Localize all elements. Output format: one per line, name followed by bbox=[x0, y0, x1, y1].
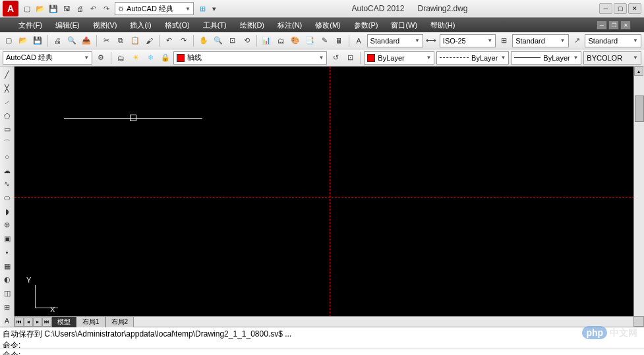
minimize-button[interactable]: ─ bbox=[599, 3, 612, 14]
qat-extend-icon[interactable]: ▾ bbox=[208, 3, 220, 14]
layer-prop-icon[interactable]: 🗂 bbox=[115, 51, 127, 65]
zoom-prev-icon[interactable]: ⟲ bbox=[241, 34, 253, 47]
polygon-icon[interactable]: ⬠ bbox=[1, 110, 13, 122]
close-button[interactable]: ✕ bbox=[628, 3, 641, 14]
tab-model[interactable]: 模型 bbox=[51, 316, 76, 327]
menu-parametric[interactable]: 参数(P) bbox=[349, 19, 384, 32]
linetype-combo[interactable]: ByLayer▼ bbox=[436, 51, 509, 65]
qat-grid-icon[interactable]: ⊞ bbox=[196, 3, 208, 14]
menu-help[interactable]: 帮助(H) bbox=[425, 19, 460, 32]
menu-window[interactable]: 窗口(W) bbox=[386, 19, 423, 32]
scroll-up-icon[interactable]: ▴ bbox=[634, 67, 643, 76]
app-icon[interactable]: A bbox=[3, 1, 18, 16]
properties-icon[interactable]: 📊 bbox=[260, 34, 273, 47]
text-style-combo[interactable]: Standard▼ bbox=[367, 34, 423, 47]
ellipse-icon[interactable]: ⬭ bbox=[1, 192, 13, 204]
pan-icon[interactable]: ✋ bbox=[197, 34, 210, 47]
zoom-icon[interactable]: 🔍 bbox=[212, 34, 224, 47]
mdi-restore[interactable]: ❐ bbox=[608, 20, 619, 30]
layer-freeze-icon[interactable]: ❄ bbox=[144, 51, 156, 65]
menu-modify[interactable]: 修改(M) bbox=[310, 19, 346, 32]
workspace-combo[interactable]: ⚙ AutoCAD 经典 ▼ bbox=[115, 2, 194, 15]
maximize-button[interactable]: ▢ bbox=[614, 3, 627, 14]
line-icon[interactable]: ╱ bbox=[1, 69, 13, 81]
point-icon[interactable]: • bbox=[1, 247, 13, 259]
scroll-thumb-v[interactable] bbox=[635, 96, 644, 122]
command-input[interactable] bbox=[20, 350, 641, 355]
copy-icon[interactable]: ⧉ bbox=[115, 34, 127, 47]
drawing-canvas[interactable]: Y X ▴ ⏮ ◂ ▸ ⏭ 模型 布局1 布局2 bbox=[15, 67, 644, 327]
cut-icon[interactable]: ✂ bbox=[100, 34, 113, 47]
menu-draw[interactable]: 绘图(D) bbox=[235, 19, 270, 32]
dim-style-icon[interactable]: ⟷ bbox=[425, 34, 438, 47]
table-style-icon[interactable]: ⊞ bbox=[498, 34, 510, 47]
toolpal-icon[interactable]: 🎨 bbox=[289, 34, 302, 47]
layer-combo[interactable]: 轴线▼ bbox=[173, 51, 327, 65]
tab-next-icon[interactable]: ▸ bbox=[33, 317, 42, 327]
preview-icon[interactable]: 🔍 bbox=[66, 34, 78, 47]
tab-prev-icon[interactable]: ◂ bbox=[24, 317, 33, 327]
menu-file[interactable]: 文件(F) bbox=[13, 19, 47, 32]
ws-settings-icon[interactable]: ⚙ bbox=[94, 51, 107, 65]
dcenter-icon[interactable]: 🗂 bbox=[275, 34, 287, 47]
insert-icon[interactable]: ⊕ bbox=[1, 219, 13, 231]
match-icon[interactable]: 🖌 bbox=[143, 34, 156, 47]
open-icon[interactable]: 📂 bbox=[17, 34, 30, 47]
tab-last-icon[interactable]: ⏭ bbox=[42, 317, 51, 327]
qat-save-icon[interactable]: 💾 bbox=[47, 3, 59, 14]
table-style-combo[interactable]: Standard▼ bbox=[512, 34, 568, 47]
new-icon[interactable]: ▢ bbox=[3, 34, 15, 47]
region-icon[interactable]: ◫ bbox=[1, 288, 13, 300]
plot-icon[interactable]: 🖨 bbox=[51, 34, 64, 47]
save-icon[interactable]: 💾 bbox=[32, 34, 44, 47]
markup-icon[interactable]: ✎ bbox=[318, 34, 331, 47]
rectangle-icon[interactable]: ▭ bbox=[1, 124, 13, 136]
zoom-window-icon[interactable]: ⊡ bbox=[226, 34, 239, 47]
layer-state-icon[interactable]: ☀ bbox=[129, 51, 142, 65]
workspace-combo2[interactable]: AutoCAD 经典▼ bbox=[3, 51, 92, 65]
tab-layout1[interactable]: 布局1 bbox=[76, 316, 105, 327]
lineweight-combo[interactable]: ByLayer▼ bbox=[511, 51, 581, 65]
qat-plot-icon[interactable]: 🖨 bbox=[74, 3, 86, 14]
dim-style-combo[interactable]: ISO-25▼ bbox=[440, 34, 496, 47]
mleader-style-icon[interactable]: ↗ bbox=[571, 34, 583, 47]
hatch-icon[interactable]: ▦ bbox=[1, 260, 13, 272]
mtext-icon[interactable]: A bbox=[1, 315, 13, 327]
qat-open-icon[interactable]: 📂 bbox=[34, 3, 46, 14]
command-line[interactable]: 命令: bbox=[0, 348, 644, 355]
pline-icon[interactable]: ⟋ bbox=[1, 96, 13, 108]
publish-icon[interactable]: 📤 bbox=[80, 34, 93, 47]
menu-view[interactable]: 视图(V) bbox=[88, 19, 123, 32]
menu-edit[interactable]: 编辑(E) bbox=[50, 19, 85, 32]
layer-iso-icon[interactable]: ⊡ bbox=[344, 51, 357, 65]
mdi-minimize[interactable]: ─ bbox=[597, 20, 607, 30]
mleader-style-combo[interactable]: Standard▼ bbox=[585, 34, 641, 47]
table-icon[interactable]: ⊞ bbox=[1, 301, 13, 313]
mdi-close[interactable]: ✕ bbox=[620, 20, 631, 30]
gradient-icon[interactable]: ◐ bbox=[1, 274, 13, 286]
paste-icon[interactable]: 📋 bbox=[129, 34, 142, 47]
color-combo[interactable]: ByLayer▼ bbox=[364, 51, 434, 65]
qat-undo-icon[interactable]: ↶ bbox=[87, 3, 99, 14]
menu-format[interactable]: 格式(O) bbox=[160, 19, 195, 32]
text-style-icon[interactable]: A bbox=[353, 34, 365, 47]
calc-icon[interactable]: 🖩 bbox=[333, 34, 345, 47]
revcloud-icon[interactable]: ☁ bbox=[1, 165, 13, 177]
sheet-icon[interactable]: 📑 bbox=[304, 34, 316, 47]
horizontal-scrollbar[interactable]: ⏮ ◂ ▸ ⏭ 模型 布局1 布局2 bbox=[15, 316, 633, 327]
qat-redo-icon[interactable]: ↷ bbox=[100, 3, 112, 14]
undo-icon[interactable]: ↶ bbox=[163, 34, 175, 47]
arc-icon[interactable]: ⌒ bbox=[1, 138, 13, 150]
layer-prev-icon[interactable]: ↺ bbox=[329, 51, 341, 65]
menu-tools[interactable]: 工具(T) bbox=[198, 19, 232, 32]
ellipse-arc-icon[interactable]: ◗ bbox=[1, 205, 13, 217]
redo-icon[interactable]: ↷ bbox=[177, 34, 190, 47]
tab-layout2[interactable]: 布局2 bbox=[105, 316, 134, 327]
block-icon[interactable]: ▣ bbox=[1, 233, 13, 245]
qat-new-icon[interactable]: ▢ bbox=[21, 3, 33, 14]
menu-insert[interactable]: 插入(I) bbox=[125, 19, 156, 32]
menu-dimension[interactable]: 标注(N) bbox=[272, 19, 307, 32]
tab-first-icon[interactable]: ⏮ bbox=[15, 317, 24, 327]
layer-lock-icon[interactable]: 🔒 bbox=[159, 51, 171, 65]
qat-saveas-icon[interactable]: 🖫 bbox=[61, 3, 73, 14]
